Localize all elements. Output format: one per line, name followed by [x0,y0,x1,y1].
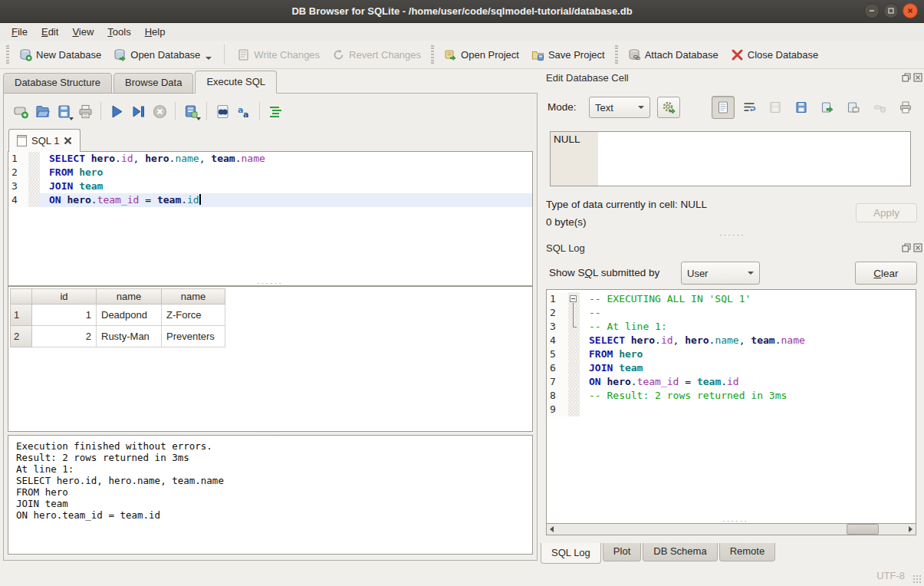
text-document-button[interactable] [712,96,735,119]
write-button[interactable]: Write Changes [231,45,326,64]
save-cell-button[interactable] [764,96,787,119]
results-corner-cell[interactable] [10,288,32,305]
cell-value-editor[interactable]: NULL [550,131,911,186]
stop-button[interactable] [149,100,170,122]
close-db-button[interactable]: Close Database [725,45,825,64]
menu-edit[interactable]: Edit [35,25,65,39]
float-panel-icon[interactable] [902,73,911,82]
splitter-handle[interactable]: ······ [719,232,745,237]
chevron-down-icon[interactable] [69,117,74,120]
close-tab-icon[interactable] [64,137,72,145]
close-panel-icon[interactable] [913,73,922,82]
tab-browse-data[interactable]: Browse Data [113,73,193,94]
new-db-button[interactable]: New Database [13,45,107,64]
attach-button[interactable]: Attach Database [622,45,725,64]
chevron-down-icon[interactable] [206,57,212,60]
tab-execute-sql[interactable]: Execute SQL [195,71,277,94]
execute-all-button[interactable] [106,100,127,122]
sql-log-view[interactable]: 1-- EXECUTING ALL IN 'SQL 1'2--3-- At li… [546,289,916,523]
open-proj-button[interactable]: Open Project [438,45,525,64]
revert-button[interactable]: Revert Changes [326,45,427,64]
open-db-button[interactable]: Open Database [107,45,218,64]
menu-help[interactable]: Help [138,25,173,39]
find-replace-button[interactable] [212,100,233,122]
save-proj-button[interactable]: Save Project [525,45,611,64]
toolbar-drag-handle[interactable] [6,45,9,64]
row-header[interactable]: 2 [10,326,32,347]
format-sql-button[interactable] [265,100,286,122]
new-sql-tab-button[interactable] [10,100,31,122]
minimize-button[interactable] [864,3,880,18]
dock-tab-db-schema[interactable]: DB Schema [643,543,717,561]
autocomplete-button[interactable]: aa [233,100,255,122]
clear-log-button[interactable]: Clear [855,262,917,285]
code-text: ON hero.team_id = team.id [580,375,916,389]
log-filter-select[interactable]: User [681,262,760,285]
open-external-button[interactable] [842,96,865,119]
scrollbar-thumb[interactable] [847,524,879,535]
menu-view[interactable]: View [65,25,100,39]
open-db-label: Open Database [130,49,200,61]
print-sql-button[interactable] [74,100,96,122]
set-null-button[interactable] [868,96,891,119]
open-sql-file-button[interactable] [31,100,53,122]
splitter-handle[interactable]: ······ [257,429,283,433]
print-cell-button[interactable] [894,96,917,119]
save-results-button[interactable] [180,100,202,122]
sql-file-tab[interactable]: SQL 1 [8,129,81,152]
auto-mode-button[interactable] [657,97,680,118]
code-line: 4ON hero.team_id = team.id [8,193,532,207]
dock-tab-remote[interactable]: Remote [719,543,776,561]
save-sql-file-button[interactable] [53,100,74,122]
code-text: -- At line 1: [580,320,916,334]
execute-line-button[interactable] [127,100,149,122]
column-header-name[interactable]: name [162,288,225,305]
open-proj-label: Open Project [461,49,519,61]
fold-collapse-icon[interactable] [570,295,577,302]
dock-tab-plot[interactable]: Plot [603,543,641,561]
table-cell[interactable]: 1 [32,305,97,326]
tab-database-structure[interactable]: Database Structure [3,73,112,94]
write-label: Write Changes [254,49,320,61]
float-panel-icon[interactable] [902,243,911,252]
word-wrap-button[interactable] [738,96,761,119]
table-cell[interactable]: Preventers [162,326,225,347]
column-header-name[interactable]: name [97,288,162,305]
table-cell[interactable]: Deadpond [97,305,162,326]
column-header-id[interactable]: id [32,288,97,305]
close-panel-icon[interactable] [913,243,922,252]
scroll-right-arrow[interactable] [906,524,916,535]
save-as-button[interactable] [790,96,813,119]
scrollbar-track[interactable] [557,524,906,535]
scroll-left-arrow[interactable] [547,524,557,535]
resize-grip[interactable] [912,574,922,584]
toolbar-drag-handle[interactable] [431,45,434,64]
table-cell[interactable]: Rusty-Man [97,326,162,347]
maximize-button[interactable] [883,3,899,18]
code-line: 5FROM hero [547,347,916,361]
cell-mode-select[interactable]: Text [589,97,650,118]
apply-button[interactable]: Apply [856,203,917,222]
table-cell[interactable]: 2 [32,326,97,347]
main-tab-bar: Database StructureBrowse DataExecute SQL [3,71,278,94]
code-line: 2-- [547,306,916,320]
row-header[interactable]: 1 [10,305,32,326]
dock-tab-sql-log[interactable]: SQL Log [541,543,601,564]
titlebar[interactable]: DB Browser for SQLite - /home/user/code/… [0,0,924,23]
splitter-handle[interactable]: ······ [257,281,283,285]
attach-database-icon [628,48,641,61]
chevron-down-icon[interactable] [196,117,201,120]
menu-tools[interactable]: Tools [100,25,137,39]
menu-file[interactable]: File [5,25,35,39]
cell-type-info: Type of data currently in cell: NULL [546,199,707,210]
execution-log[interactable]: Execution finished without errors. Resul… [8,435,533,555]
export-cell-icon [820,100,834,114]
splitter-handle[interactable]: ······ [722,519,748,523]
sql-editor[interactable]: 1SELECT hero.id, hero.name, team.name2FR… [8,151,533,286]
line-number: 7 [547,375,568,389]
export-cell-button[interactable] [816,96,839,119]
toolbar-drag-handle[interactable] [615,45,618,64]
table-cell[interactable]: Z-Force [162,305,225,326]
cell-mode-value: Text [595,102,613,114]
close-button[interactable] [903,3,918,18]
